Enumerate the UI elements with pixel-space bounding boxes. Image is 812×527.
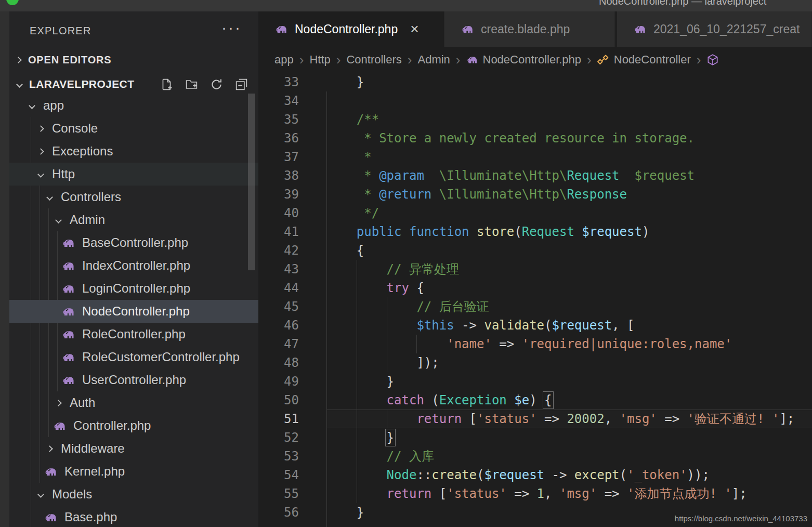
code-text: * @return \Illuminate\Http\Response bbox=[326, 185, 627, 204]
code-text: return ['status' => 1, 'msg' => '添加节点成功!… bbox=[326, 484, 747, 503]
line-number: 33 bbox=[258, 73, 299, 91]
code-line-48: 48 ]); bbox=[258, 353, 812, 372]
chevron-down-icon bbox=[46, 194, 53, 201]
code-line-35: 35 /** bbox=[258, 110, 812, 129]
php-file-icon bbox=[466, 54, 479, 66]
tree-item-Auth[interactable]: Auth bbox=[9, 391, 258, 414]
code-text: // 后台验证 bbox=[326, 297, 489, 316]
breadcrumb-item-namespace[interactable] bbox=[706, 54, 723, 66]
tree-item-Kernel.php[interactable]: Kernel.php bbox=[9, 460, 258, 483]
new-file-icon[interactable] bbox=[160, 78, 173, 91]
tab-bar: NodeController.php× create.blade.php 202… bbox=[258, 11, 812, 47]
tree-item-label: Http bbox=[52, 167, 75, 181]
tree-item-label: IndexController.php bbox=[82, 258, 190, 273]
code-lines: 33 }3435 /**36 * Store a newly created r… bbox=[258, 73, 812, 522]
breadcrumb-item-Controllers[interactable]: Controllers bbox=[346, 53, 401, 67]
php-file-icon bbox=[62, 282, 76, 296]
window-maximize-button[interactable] bbox=[6, 0, 19, 5]
breadcrumb-separator-icon: › bbox=[408, 52, 412, 68]
new-folder-icon[interactable] bbox=[185, 78, 198, 91]
sidebar-scrollbar[interactable] bbox=[248, 94, 255, 270]
breadcrumb-item-NodeController.php[interactable]: NodeController.php bbox=[466, 53, 582, 67]
breadcrumb-separator-icon: › bbox=[456, 52, 461, 68]
tree-item-Models[interactable]: Models bbox=[9, 483, 258, 506]
breadcrumb-separator-icon: › bbox=[336, 52, 341, 68]
tree-item-Middleware[interactable]: Middleware bbox=[9, 437, 258, 460]
code-line-40: 40 */ bbox=[258, 204, 812, 222]
php-file-icon bbox=[53, 419, 67, 433]
tree-item-Controllers[interactable]: Controllers bbox=[9, 186, 258, 208]
activity-bar-edge bbox=[0, 11, 9, 527]
php-file-icon bbox=[44, 510, 58, 524]
breadcrumb-item-app[interactable]: app bbox=[274, 53, 294, 67]
line-number: 48 bbox=[258, 353, 299, 372]
tree-item-Console[interactable]: Console bbox=[9, 117, 258, 140]
more-actions-icon[interactable]: ··· bbox=[221, 19, 242, 36]
line-number: 55 bbox=[258, 484, 299, 503]
tree-item-RoleCustomerController.php[interactable]: RoleCustomerController.php bbox=[9, 346, 258, 368]
collapse-all-icon[interactable] bbox=[235, 78, 248, 91]
tree-item-NodeController.php[interactable]: NodeController.php bbox=[9, 300, 258, 323]
code-text: catch (Exception $e) { bbox=[326, 391, 552, 410]
tab-NodeController.php[interactable]: NodeController.php× bbox=[258, 11, 444, 47]
code-line-47: 47 'name' => 'required|unique:roles,name… bbox=[258, 335, 812, 353]
code-text: return ['status' => 20002, 'msg' => '验证不… bbox=[326, 410, 794, 428]
php-file-icon bbox=[634, 22, 647, 36]
refresh-icon[interactable] bbox=[210, 78, 223, 91]
line-number: 50 bbox=[258, 391, 299, 410]
code-area[interactable]: 33 }3435 /**36 * Store a newly created r… bbox=[258, 73, 812, 527]
tree-item-Admin[interactable]: Admin bbox=[9, 208, 258, 231]
tree-item-label: Auth bbox=[70, 396, 95, 410]
tree-item-Base.php[interactable]: Base.php bbox=[9, 506, 258, 527]
php-file-icon bbox=[62, 373, 76, 387]
open-editors-section[interactable]: OPEN EDITORS bbox=[9, 49, 258, 70]
code-line-50: 50 catch (Exception $e) { bbox=[258, 391, 812, 410]
tree-item-Controller.php[interactable]: Controller.php bbox=[9, 414, 258, 437]
tree-item-RoleController.php[interactable]: RoleController.php bbox=[9, 323, 258, 346]
breadcrumb-item-NodeController[interactable]: NodeController bbox=[597, 53, 691, 67]
code-line-37: 37 * bbox=[258, 148, 812, 166]
line-number: 54 bbox=[258, 466, 299, 484]
breadcrumb-item-Http[interactable]: Http bbox=[309, 53, 330, 67]
tree-item-Exceptions[interactable]: Exceptions bbox=[9, 140, 258, 163]
tab-label: NodeController.php bbox=[295, 22, 398, 36]
line-number: 56 bbox=[258, 503, 299, 522]
chevron-right-icon bbox=[37, 125, 44, 132]
tree-item-UserController.php[interactable]: UserController.php bbox=[9, 368, 258, 391]
code-line-33: 33 } bbox=[258, 73, 812, 91]
tree-item-label: NodeController.php bbox=[82, 304, 190, 319]
chevron-down-icon bbox=[29, 102, 35, 109]
code-text: * @param \Illuminate\Http\Request $reque… bbox=[326, 166, 695, 185]
explorer-sidebar: EXPLORER ··· OPEN EDITORS LARAVELPROJECT… bbox=[9, 11, 258, 527]
breadcrumb-label: Admin bbox=[417, 53, 450, 67]
line-number: 51 bbox=[258, 410, 299, 428]
tree-item-app[interactable]: app bbox=[9, 94, 258, 117]
tab-2021_06_10_221257_creat[interactable]: 2021_06_10_221257_creat bbox=[615, 11, 812, 47]
code-text: */ bbox=[326, 204, 379, 222]
code-line-42: 42 { bbox=[258, 241, 812, 260]
php-file-icon bbox=[44, 465, 58, 479]
project-section-header[interactable]: LARAVELPROJECT bbox=[9, 73, 258, 96]
tab-create.blade.php[interactable]: create.blade.php bbox=[444, 11, 615, 47]
tree-item-label: Middleware bbox=[61, 441, 125, 456]
code-text: 'name' => 'required|unique:roles,name' bbox=[326, 335, 732, 353]
line-number: 41 bbox=[258, 222, 299, 241]
line-number: 52 bbox=[258, 428, 299, 447]
tree-item-label: RoleController.php bbox=[82, 327, 186, 341]
close-icon[interactable]: × bbox=[410, 22, 418, 36]
breadcrumb-label: app bbox=[274, 53, 294, 67]
tree-item-Http[interactable]: Http bbox=[9, 163, 258, 186]
line-number: 35 bbox=[258, 110, 299, 129]
tree-item-LoginController.php[interactable]: LoginController.php bbox=[9, 277, 258, 300]
line-number: 46 bbox=[258, 316, 299, 335]
line-number: 47 bbox=[258, 335, 299, 353]
tree-item-label: LoginController.php bbox=[82, 281, 190, 296]
code-line-34: 34 bbox=[258, 91, 812, 110]
title-bar: NodeController.php — laravelproject bbox=[0, 0, 812, 11]
tree-item-BaseController.php[interactable]: BaseController.php bbox=[9, 231, 258, 254]
tree-item-IndexController.php[interactable]: IndexController.php bbox=[9, 254, 258, 277]
php-file-icon bbox=[62, 236, 76, 250]
tree-item-label: BaseController.php bbox=[82, 235, 188, 250]
breadcrumb-item-Admin[interactable]: Admin bbox=[417, 53, 450, 67]
code-text: ]); bbox=[326, 353, 439, 372]
